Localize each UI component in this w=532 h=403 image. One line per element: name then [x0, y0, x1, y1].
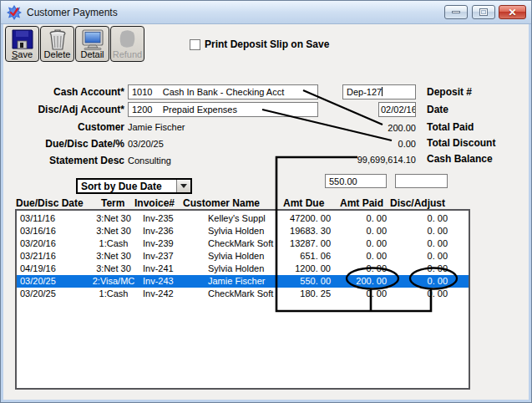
close-icon: ✕ — [508, 8, 516, 18]
refund-button: Refund — [110, 26, 144, 62]
statement-desc-value: Consulting — [128, 156, 171, 166]
titlebar[interactable]: Customer Payments ✕ — [1, 1, 531, 24]
disc-adj-account-input[interactable]: 1200 Prepaid Expenses — [128, 102, 318, 117]
date-label: Date — [427, 104, 448, 115]
window-title: Customer Payments — [27, 7, 118, 18]
header-customer-name: Customer Name — [183, 197, 260, 209]
header-term: Term — [101, 197, 124, 209]
total-discount-value: 0.00 — [318, 139, 416, 149]
refund-icon — [117, 28, 139, 51]
floppy-disk-icon — [11, 28, 34, 51]
cash-account-input[interactable]: 1010 Cash In Bank - Checking Acct — [128, 84, 318, 99]
table-row[interactable]: 03/20/251:CashInv-242CheckMark Soft180. … — [17, 288, 469, 300]
customer-payments-window: Customer Payments ✕ Save Delete — [0, 0, 532, 403]
minimize-icon — [452, 11, 460, 13]
table-row-selected[interactable]: 03/20/252:Visa/MCInv-243Jamie Fischer550… — [17, 275, 469, 288]
disc-adjust-input[interactable] — [395, 174, 448, 188]
save-button[interactable]: Save — [5, 26, 39, 62]
deposit-number-label: Deposit # — [427, 86, 472, 98]
minimize-button[interactable] — [444, 5, 468, 19]
due-disc-date-value: 03/20/25 — [128, 139, 164, 149]
total-paid-value: 200.00 — [318, 123, 416, 133]
cash-balance-label: Cash Balance — [427, 153, 493, 165]
detail-button[interactable]: Detail — [75, 26, 109, 62]
chevron-down-icon[interactable] — [176, 180, 190, 192]
delete-button[interactable]: Delete — [40, 26, 74, 62]
invoice-list: 03/11/163:Net 30Inv-235Kelley's Suppl472… — [15, 209, 470, 390]
total-discount-label: Total Discount — [427, 137, 495, 149]
table-row[interactable]: 04/19/163:Net 30Inv-241Sylvia Holden1200… — [17, 263, 469, 275]
monitor-icon — [81, 28, 104, 51]
sort-by-dropdown[interactable]: Sort by Due Date — [76, 178, 192, 194]
close-button[interactable]: ✕ — [499, 5, 526, 19]
customer-label: Customer — [1, 121, 124, 133]
app-logo-icon — [7, 5, 22, 20]
table-row[interactable]: 03/20/161:CashInv-239CheckMark Soft13287… — [17, 237, 469, 250]
maximize-icon — [479, 8, 488, 16]
print-deposit-slip-label: Print Deposit Slip on Save — [205, 38, 329, 50]
cash-balance-value: 99,699,614.10 — [318, 155, 416, 165]
maximize-button[interactable] — [472, 5, 495, 19]
header-disc-adjust: Disc/Adjust — [390, 197, 445, 209]
date-input[interactable]: 02/02/16 — [378, 102, 416, 117]
header-invoice: Invoice# — [134, 197, 175, 209]
header-due-disc-date: Due/Disc Date — [16, 197, 84, 209]
total-paid-label: Total Paid — [427, 121, 474, 133]
header-amt-due: Amt Due — [283, 197, 324, 209]
customer-value: Jamie Fischer — [128, 122, 185, 132]
disc-adj-account-label: Disc/Adj Account* — [1, 104, 124, 115]
text-caret — [382, 87, 383, 96]
statement-desc-label: Statement Desc — [1, 155, 124, 166]
table-row[interactable]: 03/16/163:Net 30Inv-236Sylvia Holden1968… — [17, 225, 469, 237]
sort-by-selected: Sort by Due Date — [78, 181, 176, 192]
print-deposit-slip-checkbox[interactable] — [190, 39, 200, 50]
amt-paid-input[interactable]: 550.00 — [325, 174, 387, 188]
due-disc-date-label: Due/Disc Date/% — [1, 138, 124, 150]
deposit-number-input[interactable]: Dep-127 — [342, 84, 416, 99]
trash-icon — [47, 28, 68, 51]
table-row[interactable]: 03/11/163:Net 30Inv-235Kelley's Suppl472… — [17, 212, 469, 225]
table-row[interactable]: 03/21/163:Net 30Inv-237Sylvia Holden651.… — [17, 250, 469, 263]
header-amt-paid: Amt Paid — [340, 197, 383, 209]
cash-account-label: Cash Account* — [1, 86, 124, 98]
